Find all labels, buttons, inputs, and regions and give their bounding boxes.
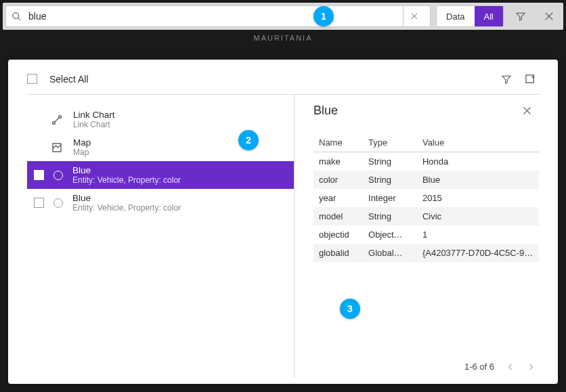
pager-next-icon[interactable]: [527, 363, 535, 371]
panel-filter-icon[interactable]: [497, 70, 516, 89]
scope-all-button[interactable]: All: [475, 6, 503, 26]
table-row: globalid Global… {A4203777-D70D-4C5C-9A6…: [313, 244, 539, 262]
callout-1: 1: [313, 6, 334, 26]
table-row: color String Blue: [313, 171, 539, 189]
cell: objectid: [313, 225, 363, 244]
table-row: model String Civic: [313, 207, 539, 225]
result-blue-selected[interactable]: Blue Entity: Vehicle, Property: color: [27, 161, 294, 189]
map-icon: [49, 139, 65, 156]
select-all-checkbox[interactable]: [27, 74, 37, 84]
cell: String: [363, 152, 417, 171]
cell: Blue: [417, 171, 539, 189]
cell: Global…: [363, 244, 417, 262]
item-title: Blue: [72, 165, 181, 175]
cell: 1: [417, 225, 539, 244]
detail-title: Blue: [313, 104, 519, 118]
results-panel: Select All Link Chart Link Chart: [8, 60, 558, 384]
cell: String: [363, 207, 417, 225]
svg-rect-6: [525, 75, 533, 83]
cell: String: [363, 171, 417, 189]
cell: Honda: [417, 152, 539, 171]
close-search-icon[interactable]: [538, 5, 561, 27]
col-type: Type: [363, 133, 417, 152]
table-row: make String Honda: [313, 152, 539, 171]
item-subtitle: Map: [73, 148, 91, 157]
scope-segmented: Data All: [436, 5, 504, 27]
link-chart-icon: [49, 112, 65, 128]
callout-2: 2: [238, 130, 259, 150]
panel-add-icon[interactable]: [520, 70, 539, 89]
search-icon: [12, 12, 22, 22]
svg-line-1: [18, 18, 20, 20]
panel-header: Select All: [27, 70, 539, 95]
scope-data-button[interactable]: Data: [437, 6, 474, 26]
cell: color: [313, 171, 363, 189]
item-title: Map: [73, 137, 91, 148]
pager-prev-icon[interactable]: [506, 363, 515, 371]
cell: Civic: [417, 207, 539, 225]
item-checkbox[interactable]: [34, 170, 44, 180]
cell: model: [313, 207, 363, 225]
clear-search-button[interactable]: [403, 5, 424, 27]
pager-range: 1-6 of 6: [464, 362, 494, 372]
cell: year: [313, 189, 363, 207]
detail-pane: Blue Name Type Value make String: [295, 95, 539, 378]
cell: globalid: [313, 244, 363, 262]
search-input-wrap: [5, 5, 431, 27]
select-all-label: Select All: [49, 74, 89, 85]
detail-close-icon[interactable]: [519, 103, 535, 118]
table-row: objectid Object… 1: [313, 225, 539, 244]
svg-point-10: [59, 115, 62, 118]
panel-body: Link Chart Link Chart Map Map Blue En: [27, 95, 539, 378]
item-subtitle: Entity: Vehicle, Property: color: [72, 175, 181, 185]
col-name: Name: [313, 133, 363, 152]
cell: {A4203777-D70D-4C5C-9A65-C…: [417, 244, 539, 262]
filter-icon[interactable]: [509, 5, 532, 27]
pager: 1-6 of 6: [313, 352, 539, 378]
svg-point-0: [13, 12, 19, 18]
item-radio[interactable]: [53, 198, 63, 208]
cell: Object…: [363, 225, 417, 244]
svg-line-11: [55, 118, 59, 122]
result-blue-2[interactable]: Blue Entity: Vehicle, Property: color: [27, 189, 294, 217]
detail-header: Blue: [313, 103, 539, 118]
top-search-bar: Data All: [3, 3, 563, 30]
cell: Integer: [363, 189, 417, 207]
detail-table: Name Type Value make String Honda color …: [313, 133, 539, 262]
item-radio[interactable]: [53, 171, 63, 180]
item-checkbox[interactable]: [34, 198, 44, 208]
search-input[interactable]: [28, 11, 403, 22]
table-row: year Integer 2015: [313, 189, 539, 207]
item-title: Blue: [72, 193, 181, 203]
cell: make: [313, 152, 363, 171]
item-subtitle: Entity: Vehicle, Property: color: [72, 203, 181, 213]
map-background-label: MAURITANIA: [253, 34, 312, 42]
cell: 2015: [417, 189, 539, 207]
col-value: Value: [417, 133, 539, 152]
svg-point-9: [53, 121, 56, 124]
result-link-chart[interactable]: Link Chart Link Chart: [27, 106, 294, 133]
item-title: Link Chart: [73, 110, 115, 120]
item-subtitle: Link Chart: [73, 120, 115, 129]
callout-3: 3: [340, 299, 360, 319]
